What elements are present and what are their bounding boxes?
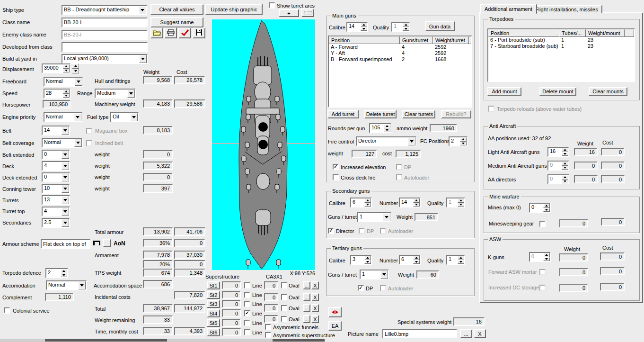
spin-down[interactable] — [413, 260, 420, 264]
add-mount-button[interactable]: Add mount — [487, 87, 521, 96]
spin-down[interactable] — [562, 152, 568, 156]
delete-mount-button[interactable]: Delete mount — [539, 87, 576, 96]
build-yard-select[interactable]: Local yard (39,000) — [62, 54, 148, 64]
spin-down[interactable] — [562, 166, 568, 170]
selection-rect-button[interactable] — [301, 9, 314, 17]
chevron-down-icon[interactable] — [380, 270, 388, 279]
kguns-spinner[interactable]: 0 — [529, 252, 551, 262]
oval4-checkbox[interactable] — [281, 316, 287, 322]
chevron-down-icon[interactable] — [62, 151, 69, 159]
spin-up[interactable] — [364, 256, 371, 260]
oval1-checkbox[interactable] — [281, 282, 287, 288]
tertiary-number-spinner[interactable]: 6 — [399, 255, 421, 265]
oval3-delete-button[interactable]: X — [311, 304, 319, 312]
mines-spinner[interactable]: 0 — [529, 203, 551, 213]
armour-scheme-picker-button[interactable] — [103, 239, 111, 247]
secondary-number-spinner[interactable]: 14 — [399, 198, 421, 207]
tertiary-guns-turret-select[interactable]: 1 — [360, 270, 389, 279]
chevron-down-icon[interactable] — [75, 78, 82, 86]
enemy-class-input[interactable]: BB-20-I — [62, 30, 148, 40]
picture-clear-button[interactable]: X — [474, 329, 486, 338]
ship-top-view[interactable] — [212, 19, 315, 270]
spin-up[interactable] — [543, 253, 550, 257]
asymmetric-superstructure-checkbox[interactable] — [265, 332, 271, 338]
secondary-quality-spinner[interactable]: 1 — [446, 198, 465, 207]
spin-up[interactable] — [361, 23, 367, 27]
tertiary-dp-checkbox[interactable]: ✓ — [358, 285, 364, 291]
asymmetric-funnels-checkbox[interactable] — [265, 324, 271, 330]
flip-ship-button[interactable] — [328, 307, 342, 317]
spin-up[interactable] — [61, 269, 67, 273]
spin-down[interactable] — [543, 257, 550, 261]
spin-up[interactable] — [562, 162, 568, 166]
spin-down[interactable] — [403, 27, 409, 31]
turret-top-select[interactable]: 4 — [42, 207, 70, 216]
fire-control-select[interactable]: Director — [356, 136, 416, 146]
chevron-down-icon[interactable] — [62, 196, 69, 204]
save-button[interactable] — [193, 27, 205, 38]
zoom-plus-button[interactable]: + — [279, 9, 299, 17]
open-file-button[interactable] — [150, 27, 163, 38]
update-ship-graphic-button[interactable]: Update ship graphic — [205, 4, 263, 15]
fc-positions-spinner[interactable]: 2 — [449, 136, 468, 146]
spin-up[interactable] — [562, 148, 568, 152]
increased-elevation-checkbox[interactable]: ✓ — [333, 164, 339, 170]
minesweeping-gear-checkbox[interactable] — [539, 221, 546, 227]
spin-up[interactable] — [458, 256, 464, 260]
chevron-down-icon[interactable] — [62, 219, 69, 227]
oval2-browse-button[interactable]: ... — [303, 293, 310, 301]
medium-aa-spinner[interactable]: 0 — [547, 161, 569, 171]
secondary-director-checkbox[interactable]: ✓ — [328, 228, 334, 234]
column-header[interactable]: Position — [488, 29, 559, 37]
clear-mounts-button[interactable]: Clear mounts — [589, 87, 627, 96]
secondary-guns-turret-select[interactable]: 1 — [357, 212, 391, 222]
spin-down[interactable] — [63, 69, 70, 73]
deck-extended-select[interactable]: 0 — [42, 172, 70, 182]
accomodation-select[interactable]: Normal — [46, 280, 87, 290]
st5-button[interactable]: St5 — [207, 319, 220, 327]
armour-scheme-input[interactable]: Flat deck on top of — [41, 239, 90, 249]
spin-down[interactable] — [413, 203, 420, 207]
st4-line-checkbox[interactable]: ✓ — [244, 310, 250, 316]
column-header[interactable]: Position — [329, 36, 400, 44]
st6-line-checkbox[interactable] — [244, 329, 250, 335]
st4-button[interactable]: St4 — [207, 309, 220, 317]
ea-button[interactable]: EA — [328, 321, 342, 331]
spin-up[interactable] — [543, 204, 550, 208]
print-button[interactable] — [164, 27, 177, 38]
table-row[interactable]: Y - Aft 4 2592 — [329, 50, 471, 56]
spin-up[interactable] — [72, 63, 79, 69]
chevron-down-icon[interactable] — [62, 162, 69, 170]
table-row[interactable]: B - Forward superimposed 2 1668 — [329, 56, 471, 63]
table-row[interactable]: 6 - Port broadside (sub) 1 23 — [488, 37, 634, 43]
chevron-down-icon[interactable] — [62, 207, 69, 216]
speed-spinner[interactable]: 28 — [44, 89, 71, 99]
column-header[interactable]: Weight/turret — [433, 36, 469, 44]
spin-down[interactable] — [361, 27, 367, 31]
chevron-down-icon[interactable] — [139, 6, 146, 14]
developed-from-input[interactable] — [62, 42, 148, 52]
spin-up[interactable] — [364, 198, 371, 203]
fuel-type-select[interactable]: Oil — [110, 112, 139, 122]
show-turret-arcs-checkbox[interactable] — [269, 2, 275, 9]
main-quality-spinner[interactable]: 1 — [391, 22, 410, 32]
chevron-down-icon[interactable] — [62, 173, 69, 181]
chevron-down-icon[interactable] — [127, 90, 135, 98]
torpedo-defence-spinner[interactable]: 2 — [45, 268, 68, 278]
st3-line-checkbox[interactable] — [244, 301, 250, 307]
displacement-coarse-spinner[interactable] — [72, 63, 79, 73]
oval4-browse-button[interactable]: ... — [303, 315, 310, 323]
spin-up[interactable] — [403, 23, 409, 27]
deck-select[interactable]: 4 — [42, 161, 70, 171]
spin-down[interactable] — [458, 260, 464, 264]
st1-button[interactable]: St1 — [207, 281, 220, 289]
add-turret-button[interactable]: Add turret — [327, 110, 359, 118]
range-select[interactable]: Medium — [95, 89, 136, 99]
spin-down[interactable] — [562, 180, 568, 184]
spin-up[interactable] — [63, 90, 70, 94]
spin-up[interactable] — [63, 64, 70, 69]
check-design-button[interactable] — [178, 27, 191, 38]
suggest-name-button[interactable]: Suggest name — [150, 17, 203, 27]
freeboard-select[interactable]: Normal — [44, 77, 83, 87]
cross-deck-fire-checkbox[interactable] — [333, 174, 339, 180]
